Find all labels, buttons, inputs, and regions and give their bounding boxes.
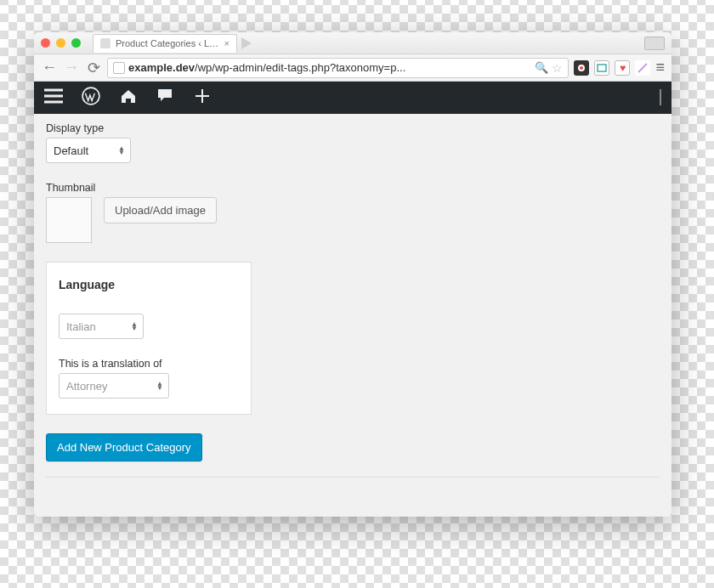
reload-icon[interactable]: ⟳	[85, 59, 102, 77]
search-icon[interactable]: 🔍	[535, 61, 548, 74]
thumbnail-field: Thumbnail Upload/Add image	[46, 182, 660, 243]
hamburger-icon[interactable]	[44, 88, 63, 107]
extension-icon[interactable]	[574, 60, 589, 76]
upload-image-button[interactable]: Upload/Add image	[104, 197, 217, 223]
select-value: Attorney	[66, 380, 107, 393]
svg-rect-2	[598, 65, 606, 71]
content-area: Display type Default ▲▼ Thumbnail Upload…	[34, 114, 672, 517]
window-controls	[41, 38, 81, 48]
svg-point-1	[580, 66, 583, 70]
extension-icon[interactable]: ♥	[615, 60, 630, 76]
display-type-field: Display type Default ▲▼	[46, 122, 660, 163]
extension-icon[interactable]	[594, 60, 609, 76]
language-panel-title: Language	[59, 278, 239, 291]
browser-window: Product Categories ‹ Legal × ← → ⟳ examp…	[34, 32, 672, 517]
browser-toolbar: ← → ⟳ example.dev/wp/wp-admin/edit-tags.…	[34, 54, 672, 82]
add-new-icon[interactable]	[194, 88, 211, 108]
comment-icon[interactable]	[156, 88, 175, 108]
minimize-window-icon[interactable]	[56, 38, 65, 48]
wp-admin-bar	[34, 82, 672, 114]
home-icon[interactable]	[119, 88, 138, 108]
divider	[46, 477, 660, 478]
thumbnail-preview	[46, 197, 92, 243]
select-value: Italian	[66, 320, 96, 333]
display-type-select[interactable]: Default ▲▼	[46, 138, 131, 163]
site-info-icon[interactable]	[113, 62, 125, 74]
translation-of-select[interactable]: Attorney ▲▼	[59, 373, 169, 399]
wordpress-icon[interactable]	[82, 87, 100, 109]
user-icon[interactable]	[644, 37, 665, 50]
titlebar: Product Categories ‹ Legal ×	[34, 32, 672, 54]
display-type-label: Display type	[46, 122, 660, 134]
url-text: example.dev/wp/wp-admin/edit-tags.php?ta…	[128, 61, 531, 74]
profile-avatar[interactable]	[660, 90, 661, 105]
close-tab-icon[interactable]: ×	[224, 38, 230, 48]
forward-icon: →	[63, 59, 80, 76]
select-value: Default	[54, 144, 88, 157]
close-window-icon[interactable]	[41, 38, 50, 48]
extension-icon[interactable]	[635, 60, 650, 76]
menu-icon[interactable]: ≡	[655, 59, 665, 76]
maximize-window-icon[interactable]	[71, 38, 81, 48]
translation-of-label: This is a translation of	[59, 358, 239, 370]
language-select[interactable]: Italian ▲▼	[59, 314, 144, 339]
thumbnail-label: Thumbnail	[46, 182, 660, 194]
address-bar[interactable]: example.dev/wp/wp-admin/edit-tags.php?ta…	[107, 58, 569, 78]
select-caret-icon: ▲▼	[118, 146, 125, 155]
select-caret-icon: ▲▼	[156, 382, 163, 390]
bookmark-icon[interactable]: ☆	[552, 61, 563, 75]
back-icon[interactable]: ←	[41, 59, 58, 76]
add-category-button[interactable]: Add New Product Category	[46, 433, 202, 461]
new-tab-icon[interactable]	[241, 37, 252, 49]
favicon-icon	[100, 38, 110, 48]
tab-title: Product Categories ‹ Legal	[116, 38, 219, 48]
browser-tab[interactable]: Product Categories ‹ Legal ×	[93, 34, 237, 53]
language-panel: Language Italian ▲▼ This is a translatio…	[46, 262, 252, 415]
select-caret-icon: ▲▼	[131, 322, 138, 331]
